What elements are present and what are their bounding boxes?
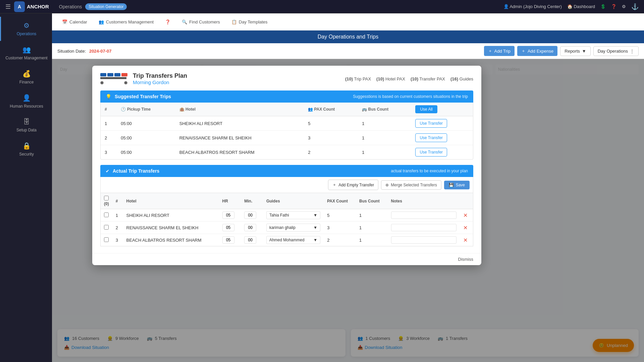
- tab-customers-management[interactable]: 👥 Customers Management: [94, 17, 158, 27]
- actual-min-input[interactable]: [244, 236, 256, 244]
- save-button[interactable]: 💾 Save: [444, 181, 470, 189]
- actual-row-min: [241, 209, 263, 222]
- actual-min-input[interactable]: [244, 212, 256, 219]
- actual-tbody: 1 SHEIKH ALI RESORT Tahia Fathi ▼ 5 1 ✕ …: [101, 209, 473, 246]
- tab-find-customers[interactable]: 🔍 Find Customers: [177, 17, 225, 27]
- actual-row-guide: Tahia Fathi ▼: [263, 209, 324, 222]
- guide-name: Ahmed Mohammed: [269, 238, 305, 242]
- actual-row-checkbox[interactable]: [104, 237, 109, 242]
- finance-icon: 💰: [22, 70, 31, 78]
- suggested-row-time: 05:00: [117, 116, 175, 131]
- trip-pax-stat: (10) Trip PAX: [345, 76, 371, 81]
- transfer-pax-num: (10): [411, 76, 418, 81]
- suggested-row-time: 05:00: [117, 145, 175, 160]
- guide-select[interactable]: Tahia Fathi ▼: [266, 211, 320, 219]
- hotel-pax-num: (10): [376, 76, 384, 81]
- col-actual-hr: HR: [219, 193, 241, 209]
- user-label: Admin (Jojo Diving Center): [509, 4, 561, 9]
- guides-num: (16): [450, 76, 458, 81]
- actual-row-hr: [219, 234, 241, 246]
- sidebar-item-setup-data[interactable]: 🗄 Setup Data: [0, 113, 52, 137]
- dashboard-link[interactable]: 🏠 Dashboard: [567, 4, 595, 9]
- human-resources-label: Human Resources: [10, 104, 43, 109]
- content-tabs: 📅 Calendar 👥 Customers Management ❓ 🔍 Fi…: [52, 13, 644, 30]
- reports-button[interactable]: Reports ▼: [560, 46, 590, 56]
- sidebar-item-human-resources[interactable]: 👤 Human Resources: [0, 89, 52, 113]
- sidebar-item-finance[interactable]: 💰 Finance: [0, 65, 52, 89]
- guide-select[interactable]: Ahmed Mohammed ▼: [266, 236, 320, 244]
- banner-title: Day Operations and Trips: [318, 34, 378, 40]
- transfer-pax-stat: (10) Transfer PAX: [411, 76, 445, 81]
- notes-input[interactable]: [391, 212, 457, 219]
- notes-input[interactable]: [391, 224, 457, 231]
- hotel-pax-stat: (10) Hotel PAX: [376, 76, 405, 81]
- merge-icon: ⊕: [385, 183, 389, 187]
- day-operations-button[interactable]: Day Operations ⋮: [593, 46, 639, 56]
- add-empty-transfer-button[interactable]: ＋ Add Empty Transfer: [328, 180, 378, 190]
- actual-row-check: [101, 209, 112, 222]
- suggested-row-hotel: RENAISSANCE SHARM EL SHEIKH: [175, 131, 304, 145]
- trip-pax-num: (10): [345, 76, 353, 81]
- day-operations-label: Day Operations: [598, 49, 628, 54]
- tab-calendar[interactable]: 📅 Calendar: [57, 17, 92, 27]
- finance-label: Finance: [19, 80, 34, 84]
- setup-data-icon: 🗄: [23, 118, 30, 126]
- find-customers-tab-icon: 🔍: [182, 19, 187, 24]
- col-actual-notes: Notes: [388, 193, 460, 209]
- save-label: Save: [456, 183, 465, 187]
- actual-table-row: 1 SHEIKH ALI RESORT Tahia Fathi ▼ 5 1 ✕: [101, 209, 473, 222]
- tab-help[interactable]: ❓: [160, 17, 175, 27]
- actual-row-checkbox[interactable]: [104, 213, 109, 217]
- delete-transfer-button[interactable]: ✕: [463, 225, 468, 231]
- use-transfer-button[interactable]: Use Transfer: [415, 133, 447, 142]
- actual-row-hotel: SHEIKH ALI RESORT: [123, 209, 219, 222]
- hotel-icon: 🏨: [179, 107, 184, 112]
- sidebar-item-operations[interactable]: ⚙ Operations: [0, 17, 52, 41]
- actual-row-notes: [388, 234, 460, 246]
- actual-hr-input[interactable]: [222, 236, 234, 244]
- guide-select[interactable]: kariman ghalip ▼: [266, 224, 320, 232]
- tab-day-templates[interactable]: 📋 Day Templates: [227, 17, 272, 27]
- add-expense-label: Add Expense: [528, 49, 553, 54]
- hamburger-icon[interactable]: ☰: [5, 3, 11, 10]
- sidebar-item-customer-management[interactable]: 👥 Customer Management: [0, 41, 52, 65]
- customers-management-tab-label: Customers Management: [106, 19, 154, 24]
- module-title[interactable]: Operations: [59, 4, 82, 9]
- settings-icon[interactable]: ⚙: [622, 4, 626, 9]
- actual-min-input[interactable]: [244, 224, 256, 231]
- use-all-button[interactable]: Use All: [415, 105, 437, 113]
- bus-body: [100, 77, 126, 79]
- content-body: Day Counts Trips Nationalities: [52, 59, 644, 362]
- bus-count-icon: 🚌: [362, 107, 367, 112]
- add-expense-button[interactable]: ＋ Add Expense: [517, 46, 557, 56]
- actual-hr-input[interactable]: [222, 212, 234, 219]
- actual-row-pax: 3: [324, 222, 356, 234]
- actual-row-num: 1: [112, 209, 123, 222]
- sidebar: ⚙ Operations 👥 Customer Management 💰 Fin…: [0, 13, 52, 362]
- col-pax-count: 👥 PAX Count: [304, 103, 358, 116]
- bus-top: [100, 73, 127, 76]
- suggested-row-pax: 3: [304, 131, 358, 145]
- notes-input[interactable]: [391, 236, 457, 244]
- dollar-icon[interactable]: 💲: [600, 4, 606, 9]
- actual-row-checkbox[interactable]: [104, 225, 109, 230]
- delete-transfer-button[interactable]: ✕: [463, 212, 468, 219]
- merge-selected-transfers-button[interactable]: ⊕ Merge Selected Transfers: [381, 180, 441, 190]
- situation-generator-badge[interactable]: Situation Generator: [85, 3, 127, 10]
- use-transfer-button[interactable]: Use Transfer: [415, 119, 447, 128]
- suggested-hint: Suggesstions is based on current custome…: [353, 94, 468, 99]
- modal-body: Trip Transfers Plan Morning Gordon (10) …: [92, 66, 481, 253]
- check-all-checkbox[interactable]: [104, 196, 109, 200]
- dismiss-button[interactable]: Dismiss: [458, 257, 474, 262]
- delete-transfer-button[interactable]: ✕: [463, 237, 468, 243]
- use-transfer-button[interactable]: Use Transfer: [415, 148, 447, 157]
- user-info[interactable]: 👤 Admin (Jojo Diving Center): [503, 4, 562, 9]
- add-trip-button[interactable]: ＋ Add Trip: [484, 46, 515, 56]
- trip-plan-subtitle[interactable]: Morning Gordon: [133, 79, 187, 85]
- suggested-row-action: Use Transfer: [411, 116, 473, 131]
- help-icon[interactable]: ❓: [611, 4, 616, 9]
- guide-chevron: ▼: [313, 238, 317, 242]
- actual-hr-input[interactable]: [222, 224, 234, 231]
- suggested-row-bus: 1: [358, 131, 411, 145]
- sidebar-item-security[interactable]: 🔒 Security: [0, 137, 52, 161]
